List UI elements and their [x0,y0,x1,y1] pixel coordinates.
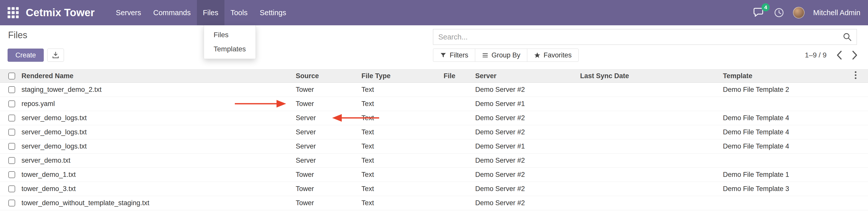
export-button[interactable] [47,49,64,62]
cell-options [854,125,868,140]
search-bar [433,29,857,45]
messages-icon[interactable]: 4 [753,7,765,18]
user-name[interactable]: Mitchell Admin [813,9,860,17]
cell-options [854,111,868,125]
cell-template: Demo File Template 2 [720,83,854,97]
filters-button[interactable]: Filters [433,49,475,62]
column-header-template[interactable]: Template [720,69,854,83]
cell-source: Tower [293,196,359,210]
cell-select [0,182,19,196]
cell-file-type: Text [359,97,441,111]
systray: 4 Mitchell Admin [753,7,860,19]
cell-template: Demo File Template 3 [720,182,854,196]
filters-label: Filters [450,51,468,59]
menu-item-commands[interactable]: Commands [147,0,197,25]
cell-file [441,97,473,111]
cell-template: Demo File Template 1 [720,168,854,182]
menu-item-tools[interactable]: Tools [224,0,254,25]
create-button[interactable]: Create [8,49,44,62]
cell-template: Demo File Template 4 [720,140,854,154]
vertical-dots-icon [854,70,857,80]
chevron-left-icon [836,50,842,60]
menu-item-servers[interactable]: Servers [110,0,147,25]
cell-file [441,83,473,97]
cell-last-sync-date [578,125,720,140]
cell-select [0,154,19,168]
search-input[interactable] [433,33,842,41]
cell-source: Tower [293,168,359,182]
cell-server: Demo Server #1 [473,140,578,154]
table-row[interactable]: tower_demo_3.txtTowerTextDemo Server #2D… [0,182,868,196]
row-checkbox[interactable] [8,86,15,93]
app-brand[interactable]: Cetmix Tower [26,7,95,19]
column-header-last-sync-date[interactable]: Last Sync Date [578,69,720,83]
select-all-checkbox[interactable] [8,72,15,80]
cell-select [0,140,19,154]
dropdown-item-files[interactable]: Files [204,28,255,42]
cell-last-sync-date [578,140,720,154]
table-row[interactable]: server_demo.txtServerTextDemo Server #2 [0,154,868,168]
cell-rendered-name: repos.yaml [19,97,293,111]
cell-last-sync-date [578,154,720,168]
row-checkbox[interactable] [8,129,15,135]
table-row[interactable]: repos.yamlTowerTextDemo Server #1 [0,97,868,111]
cell-server: Demo Server #2 [473,182,578,196]
pager-previous-button[interactable] [836,50,842,60]
row-checkbox[interactable] [8,200,15,206]
cell-last-sync-date [578,83,720,97]
cell-last-sync-date [578,182,720,196]
cell-template [720,196,854,210]
group-by-button[interactable]: Group By [475,49,527,62]
cell-file-type: Text [359,125,441,140]
table-row[interactable]: tower_demo_without_template_staging.txtT… [0,196,868,210]
column-header-rendered-name[interactable]: Rendered Name [19,69,293,83]
cell-file-type: Text [359,196,441,210]
row-checkbox[interactable] [8,115,15,121]
row-checkbox[interactable] [8,171,15,178]
cell-template: Demo File Template 4 [720,111,854,125]
column-header-file[interactable]: File [441,69,473,83]
cell-server: Demo Server #1 [473,97,578,111]
cell-file-type: Text [359,140,441,154]
table-row[interactable]: server_demo_logs.txtServerTextDemo Serve… [0,111,868,125]
cell-file [441,168,473,182]
cell-options [854,140,868,154]
column-header-source[interactable]: Source [293,69,359,83]
files-list-table: Rendered NameSourceFile TypeFileServerLa… [0,69,868,210]
funnel-icon [440,52,447,59]
optional-columns-button[interactable] [854,69,868,83]
favorites-button[interactable]: Favorites [527,49,579,62]
cell-server: Demo Server #2 [473,83,578,97]
dropdown-item-templates[interactable]: Templates [204,42,255,56]
magnifier-icon [842,32,852,42]
user-avatar[interactable] [793,7,805,19]
row-checkbox[interactable] [8,185,15,192]
menu-item-settings[interactable]: Settings [253,0,292,25]
action-buttons: Create [8,49,64,62]
table-row[interactable]: tower_demo_1.txtTowerTextDemo Server #2D… [0,168,868,182]
table-row[interactable]: server_demo_logs.txtServerTextDemo Serve… [0,125,868,140]
cell-options [854,168,868,182]
search-icon[interactable] [842,32,852,42]
column-header-file-type[interactable]: File Type [359,69,441,83]
favorites-label: Favorites [544,51,572,59]
cell-options [854,154,868,168]
pager: 1–9 / 9 [805,49,858,62]
row-checkbox[interactable] [8,100,15,107]
pager-next-button[interactable] [852,50,858,60]
cell-server: Demo Server #2 [473,125,578,140]
row-checkbox[interactable] [8,157,15,164]
column-header-server[interactable]: Server [473,69,578,83]
menu-item-files[interactable]: Files [197,0,224,25]
cell-file [441,182,473,196]
apps-menu-icon[interactable] [8,7,19,18]
cell-source: Server [293,111,359,125]
cell-rendered-name: tower_demo_1.txt [19,168,293,182]
cell-file [441,111,473,125]
cell-rendered-name: server_demo_logs.txt [19,140,293,154]
row-checkbox[interactable] [8,143,15,150]
table-row[interactable]: staging_tower_demo_2.txtTowerTextDemo Se… [0,83,868,97]
table-row[interactable]: server_demo_logs.txtServerTextDemo Serve… [0,140,868,154]
table-header-row: Rendered NameSourceFile TypeFileServerLa… [0,69,868,83]
activities-icon[interactable] [774,7,784,18]
